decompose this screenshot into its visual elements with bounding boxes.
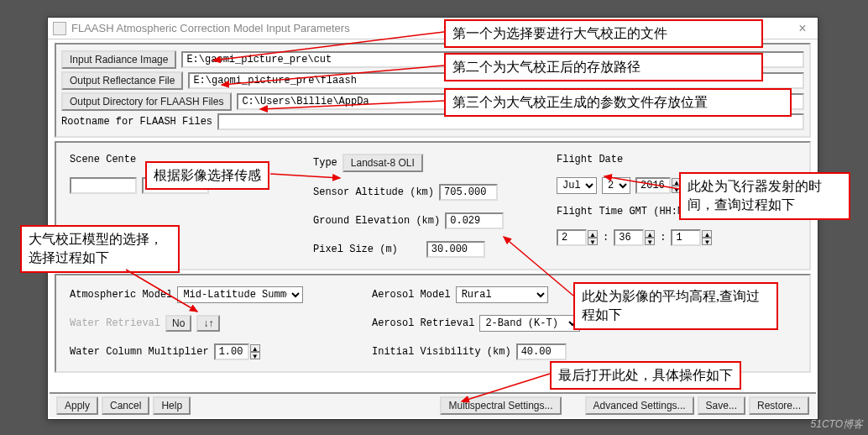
- flight-hour-field[interactable]: [557, 229, 587, 246]
- water-retrieval-label: Water Retrieval: [70, 317, 160, 329]
- help-button[interactable]: Help: [153, 396, 191, 415]
- cancel-button[interactable]: Cancel: [102, 396, 149, 415]
- aerosol-retrieval-select[interactable]: 2-Band (K-T): [479, 315, 580, 332]
- init-visibility-label: Initial Visibility (km): [372, 346, 511, 358]
- water-column-label: Water Column Multiplier: [70, 346, 209, 358]
- flight-month-select[interactable]: Jul: [557, 177, 597, 194]
- output-dir-button[interactable]: Output Directory for FLAASH Files: [61, 92, 232, 111]
- apply-button[interactable]: Apply: [56, 396, 98, 415]
- water-retrieval-toggle[interactable]: No: [165, 315, 191, 332]
- watermark: 51CTO博客: [811, 417, 863, 432]
- water-retrieval-swap-icon[interactable]: ↓↑: [196, 315, 220, 332]
- flight-year-field[interactable]: [635, 177, 671, 194]
- scene-lat-field[interactable]: [70, 177, 137, 194]
- atmos-model-select[interactable]: Mid-Latitude Summer: [177, 286, 303, 303]
- flight-sec-field[interactable]: [671, 229, 701, 246]
- rootname-label: Rootname for FLAASH Files: [61, 116, 212, 128]
- output-reflectance-button[interactable]: Output Reflectance File: [61, 71, 183, 90]
- flight-min-field[interactable]: [614, 229, 644, 246]
- flight-year-spinner[interactable]: ▲▼: [635, 177, 682, 194]
- annot-flight: 此处为飞行器发射的时间，查询过程如下: [679, 172, 850, 220]
- save-button[interactable]: Save...: [698, 396, 745, 415]
- sensor-type-label: Type: [313, 157, 337, 169]
- flight-day-select[interactable]: 2: [602, 177, 630, 194]
- atmos-model-label: Atmospheric Model: [70, 289, 172, 301]
- bottom-bar: Apply Cancel Help Multispectral Settings…: [50, 392, 816, 417]
- sensor-altitude-field[interactable]: [439, 184, 498, 201]
- annot-atmos: 大气校正模型的选择，选择过程如下: [20, 225, 180, 273]
- sensor-altitude-label: Sensor Altitude (km): [313, 186, 434, 198]
- annot-multi: 最后打开此处，具体操作如下: [550, 361, 741, 390]
- flight-min-spinner[interactable]: ▲▼: [614, 229, 655, 246]
- ground-elevation-field[interactable]: [445, 212, 504, 229]
- restore-button[interactable]: Restore...: [749, 396, 809, 415]
- ground-elevation-label: Ground Elevation (km): [313, 215, 440, 227]
- init-visibility-field[interactable]: [516, 343, 567, 360]
- annot-file1: 第一个为选择要进行大气校正的文件: [444, 19, 763, 48]
- flight-sec-spinner[interactable]: ▲▼: [671, 229, 712, 246]
- advanced-button[interactable]: Advanced Settings...: [585, 396, 694, 415]
- sensor-type-button[interactable]: Landsat-8 OLI: [342, 154, 423, 172]
- annot-elev: 此处为影像的平均高程,查询过程如下: [573, 282, 778, 330]
- aerosol-model-label: Aerosol Model: [372, 289, 451, 301]
- annot-sensor: 根据影像选择传感: [145, 161, 269, 190]
- scene-center-label: Scene Cente: [70, 154, 136, 165]
- flight-hour-spinner[interactable]: ▲▼: [557, 229, 598, 246]
- multispectral-button[interactable]: Multispectral Settings...: [440, 396, 561, 415]
- aerosol-model-select[interactable]: Rural: [456, 286, 548, 303]
- app-icon: [53, 22, 66, 35]
- flight-date-label: Flight Date: [557, 154, 623, 165]
- water-column-field[interactable]: [214, 343, 249, 360]
- input-radiance-button[interactable]: Input Radiance Image: [61, 50, 176, 69]
- pixel-size-field[interactable]: [426, 241, 485, 258]
- water-column-spinner[interactable]: ▲▼: [214, 343, 260, 360]
- annot-file2: 第二个为大气校正后的存放路径: [444, 53, 763, 81]
- annot-file3: 第三个为大气校正生成的参数文件存放位置: [444, 88, 792, 117]
- aerosol-retrieval-label: Aerosol Retrieval: [372, 317, 474, 329]
- pixel-size-label: Pixel Size (m): [313, 244, 398, 255]
- close-icon[interactable]: ×: [792, 21, 813, 36]
